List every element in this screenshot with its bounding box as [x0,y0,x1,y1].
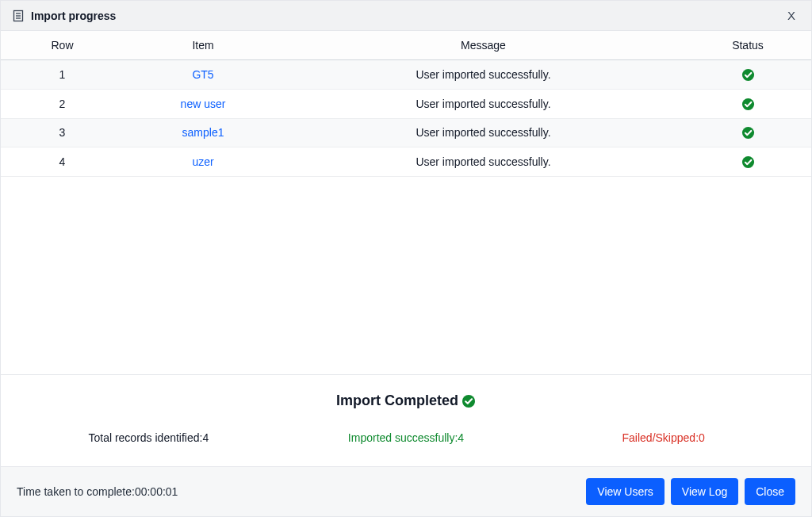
row-number: 2 [1,89,124,118]
table-row: 3sample1User imported successfully. [1,118,811,147]
stat-total: Total records identified:4 [20,431,278,444]
col-row: Row [1,31,124,60]
row-status [684,118,811,147]
row-number: 3 [1,118,124,147]
item-link[interactable]: uzer [192,155,213,168]
col-status: Status [684,31,811,60]
view-users-button[interactable]: View Users [586,478,665,505]
summary-title-text: Import Completed [336,393,458,409]
row-message: User imported successfully. [282,60,684,90]
check-circle-icon [741,155,755,169]
blank-area [1,177,811,374]
row-message: User imported successfully. [282,147,684,177]
row-message: User imported successfully. [282,118,684,147]
summary: Import Completed Total records identifie… [1,374,811,466]
summary-title: Import Completed [20,393,792,409]
table-row: 1GT5User imported successfully. [1,60,811,90]
import-table: Row Item Message Status 1GT5User importe… [1,31,811,177]
row-number: 1 [1,60,124,90]
row-status [684,89,811,118]
item-link[interactable]: new user [181,98,226,110]
titlebar: Import progress X [1,1,811,31]
col-item: Item [124,31,282,60]
col-message: Message [282,31,684,60]
table-row: 2new userUser imported successfully. [1,89,811,118]
stat-failed: Failed/Skipped:0 [534,431,792,444]
row-number: 4 [1,147,124,177]
close-button[interactable]: Close [745,478,795,505]
check-circle-icon [741,98,755,111]
document-icon [12,10,25,22]
check-circle-icon [741,68,755,82]
time-taken: Time taken to complete:00:00:01 [17,485,178,498]
row-message: User imported successfully. [282,89,684,118]
item-link[interactable]: sample1 [182,126,224,139]
check-circle-icon [741,126,755,140]
table-header: Row Item Message Status [1,31,811,60]
check-circle-icon [462,394,476,408]
row-status [684,147,811,177]
stat-imported: Imported successfully:4 [278,431,535,444]
footer: Time taken to complete:00:00:01 View Use… [1,466,811,516]
item-link[interactable]: GT5 [192,68,213,81]
table-row: 4uzerUser imported successfully. [1,147,811,177]
row-status [684,60,811,90]
page-title: Import progress [31,10,116,22]
close-icon[interactable]: X [783,7,800,24]
view-log-button[interactable]: View Log [671,478,738,505]
